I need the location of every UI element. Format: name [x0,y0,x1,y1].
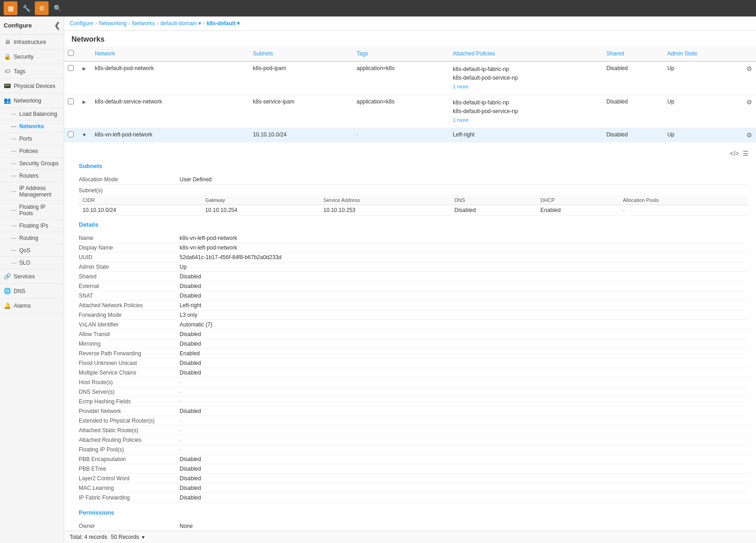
sidebar-item-routers[interactable]: — Routers [0,170,64,182]
detail-field-snat: SNAT Disabled [79,291,749,301]
sidebar-item-label: Tags [14,68,25,75]
network-admin-state: Up [663,95,743,128]
row-checkbox[interactable] [68,65,74,71]
total-records-label: Total: 4 records [70,534,107,540]
col-admin-state: Admin State [663,46,743,61]
network-shared: Disabled [603,128,663,142]
sidebar-item-label: Security Groups [19,160,59,167]
sidebar-item-label: Physical Devices [14,83,55,89]
col-network: Network [91,46,249,61]
breadcrumb: Configure › Networking › Networks › defa… [64,16,756,31]
gear-icon[interactable]: ⚙ [35,1,49,15]
sidebar-title: Configure [4,22,32,29]
sidebar-item-label: Security [14,54,33,60]
col-dns: DNS [451,195,537,205]
sidebar-collapse-button[interactable]: ❮ [54,21,60,30]
wrench-icon[interactable]: 🔧 [19,1,33,15]
detail-field-name: Name k8s-vn-left-pod-network [79,233,749,243]
detail-panel-row: </> ☰ Subnets Allocation Mode User Defin… [64,142,756,531]
detail-field-extended-physical-router: Extended to Physical Router(s) - [79,416,749,426]
sidebar-item-policies[interactable]: — Policies [0,145,64,157]
col-dhcp: DHCP [537,195,619,205]
top-toolbar: ▦ 🔧 ⚙ 🔍 [0,0,756,16]
services-icon: 🔗 [4,273,11,280]
network-tags: - [353,128,449,142]
sidebar-item-label: IP Address Management [19,185,60,198]
sidebar-item-slo[interactable]: — SLO [0,257,64,269]
breadcrumb-k8s-default[interactable]: k8s-default ▾ [207,20,240,27]
network-policies: k8s-default-ip-fabric-np k8s-default-pod… [449,95,603,128]
detail-field-pbb-encapsulation: PBB Encapsulation Disabled [79,455,749,464]
sidebar-item-ip-address-management[interactable]: — IP Address Management [0,182,64,201]
row-checkbox[interactable] [68,98,74,104]
sidebar-item-infrastructure[interactable]: 🖥 Infrastructure [0,35,64,49]
sidebar-item-tags[interactable]: 🏷 Tags [0,64,64,79]
sidebar-item-networking[interactable]: 👥 Networking [0,93,64,108]
subnet-cidr: 10.10.10.0/24 [79,205,202,216]
network-admin-state: Up [663,128,743,142]
chart-icon[interactable]: ▦ [4,1,17,15]
col-actions [743,46,756,61]
sidebar-item-label: Services [14,273,35,280]
sidebar-item-floating-ip-pools[interactable]: — Floating IP Pools [0,201,64,220]
col-attached-policies: Attached Policies [449,46,603,61]
records-per-page-dropdown[interactable]: 50 Records ▼ [111,534,145,540]
detail-field-attached-policies: Attached Network Policies Left-right [79,301,749,310]
row-gear-button[interactable]: ⚙ [746,131,752,139]
detail-field-mac-learning: MAC Learning Disabled [79,483,749,493]
detail-field-admin-state: Admin State Up [79,262,749,272]
row-checkbox[interactable] [68,131,74,137]
expand-button[interactable]: ▶ [81,99,88,104]
subnets-label: Subnet(s) [79,187,749,194]
sidebar-item-ports[interactable]: — Ports [0,133,64,145]
sidebar-item-dns[interactable]: 🌐 DNS [0,284,64,299]
sidebar-item-security-groups[interactable]: — Security Groups [0,157,64,170]
sidebar-item-routing[interactable]: — Routing [0,232,64,244]
search-icon[interactable]: 🔍 [50,1,64,15]
detail-field-ecmp: Ecmp Hashing Fields - [79,397,749,407]
subnet-table: CIDR Gateway Service Address DNS DHCP Al… [79,195,749,216]
table-row: ▶ k8s-default-service-network k8s-servic… [64,95,756,128]
more-policies-link[interactable]: 1 more [453,117,468,123]
network-shared: Disabled [603,95,663,128]
breadcrumb-configure[interactable]: Configure [70,20,93,27]
breadcrumb-default-domain[interactable]: default-domain ▾ [160,20,201,27]
breadcrumb-networks[interactable]: Networks [132,20,155,27]
breadcrumb-networking[interactable]: Networking [99,20,126,27]
list-view-button[interactable]: ☰ [743,150,749,157]
sidebar-item-label: Ports [19,136,32,142]
row-gear-button[interactable]: ⚙ [746,65,752,72]
select-all-checkbox[interactable] [68,50,74,56]
sidebar-item-label: Networking [14,98,41,104]
permissions-section-title: Permissions [79,509,749,518]
page-title: Networks [64,31,756,46]
detail-field-vxlan: VxLAN Identifier Automatic (7) [79,320,749,330]
code-view-button[interactable]: </> [730,150,739,157]
subnet-service-address: 10.10.10.253 [320,205,451,216]
sidebar-item-security[interactable]: 🔒 Security [0,49,64,64]
row-gear-button[interactable]: ⚙ [746,98,752,106]
sidebar-item-load-balancing[interactable]: — Load Balancing [0,108,64,120]
sidebar-item-label: Policies [19,148,38,154]
detail-field-forwarding-mode: Forwarding Mode L3 only [79,310,749,320]
content-area: Configure › Networking › Networks › defa… [64,16,756,543]
more-policies-link[interactable]: 1 more [453,84,468,89]
sidebar-item-alarms[interactable]: 🔔 Alarms [0,299,64,313]
network-name: k8s-vn-left-pod-network [91,128,249,142]
network-name: k8s-default-service-network [91,95,249,128]
expand-button[interactable]: ▼ [81,132,88,137]
sidebar-item-physical-devices[interactable]: 📟 Physical Devices [0,79,64,93]
expand-button[interactable]: ▶ [81,66,88,71]
col-cidr: CIDR [79,195,202,205]
sidebar-item-label: DNS [14,288,25,294]
sidebar-item-services[interactable]: 🔗 Services [0,269,64,284]
detail-field-display-name: Display Name k8s-vn-left-pod-network [79,243,749,253]
sidebar-item-networks[interactable]: — Networks [0,120,64,133]
detail-field-shared: Shared Disabled [79,272,749,282]
network-shared: Disabled [603,61,663,95]
network-subnets: k8s-service-ipam [249,95,353,128]
sidebar-item-floating-ips[interactable]: — Floating IPs [0,220,64,232]
detail-field-allow-transit: Allow Transit Disabled [79,330,749,339]
subnet-dns: Disabled [451,205,537,216]
sidebar-item-qos[interactable]: — QoS [0,244,64,257]
